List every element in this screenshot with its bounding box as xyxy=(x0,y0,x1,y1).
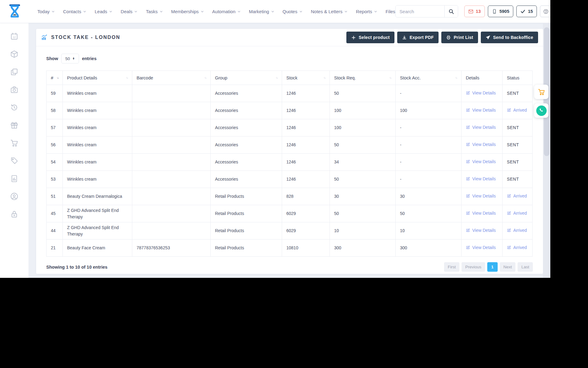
nav-item-quotes[interactable]: Quotes xyxy=(283,9,303,14)
column-header--[interactable]: #↑↓ xyxy=(47,71,63,85)
cell-row-number: 45 xyxy=(47,205,63,222)
nav-item-reports[interactable]: Reports xyxy=(356,9,377,14)
sort-icon[interactable]: ↑↓ xyxy=(56,76,59,79)
search-input[interactable] xyxy=(396,6,444,17)
status-arrived-link[interactable]: Arrived xyxy=(507,210,527,216)
sidebar-item-package[interactable] xyxy=(10,49,19,59)
search-icon[interactable] xyxy=(444,6,458,17)
column-header-stock[interactable]: Stock↑↓ xyxy=(282,71,330,85)
sidebar-item-cart[interactable] xyxy=(10,138,19,148)
status-arrived-link[interactable]: Arrived xyxy=(507,244,527,251)
view-details-link[interactable]: View Details xyxy=(466,176,496,182)
cell-status: SENT xyxy=(503,119,533,136)
sidebar-item-lock[interactable] xyxy=(10,209,19,219)
column-header-stock-acc-[interactable]: Stock Acc.↑↓ xyxy=(396,71,462,85)
view-details-link[interactable]: View Details xyxy=(466,141,496,148)
nav-item-tasks[interactable]: Tasks xyxy=(146,9,163,14)
send-to-backoffice-button[interactable]: Send to Backoffice xyxy=(481,32,538,43)
sort-icon[interactable]: ↑↓ xyxy=(389,76,392,79)
page-button-last[interactable]: Last xyxy=(518,262,533,272)
edit-icon xyxy=(507,211,511,215)
column-header-group[interactable]: Group↑↓ xyxy=(211,71,282,85)
badge-envelope[interactable]: 13 xyxy=(464,6,485,17)
cell-status: Arrived xyxy=(503,222,533,240)
column-header-inner: Details xyxy=(466,75,499,80)
column-label: Stock Acc. xyxy=(400,75,421,80)
view-details-link[interactable]: View Details xyxy=(466,244,496,251)
badge-question[interactable] xyxy=(540,6,550,17)
page-button-1[interactable]: 1 xyxy=(487,262,498,272)
view-details-link[interactable]: View Details xyxy=(466,90,496,96)
nav-item-leads[interactable]: Leads xyxy=(95,9,112,14)
view-details-link[interactable]: View Details xyxy=(466,124,496,130)
view-details-link[interactable]: View Details xyxy=(466,227,496,233)
sort-icon[interactable]: ↑↓ xyxy=(204,76,207,79)
status-arrived-link[interactable]: Arrived xyxy=(507,107,527,113)
page-button-first[interactable]: First xyxy=(444,262,459,272)
sort-icon[interactable]: ↑↓ xyxy=(323,76,326,79)
view-details-label: View Details xyxy=(472,141,496,148)
sort-icon[interactable]: ↑↓ xyxy=(455,76,458,79)
column-header-barcode[interactable]: Barcode↑↓ xyxy=(132,71,211,85)
page-size-select[interactable]: 50 ▲▼ xyxy=(61,54,79,63)
status-label: SENT xyxy=(507,125,519,130)
view-details-link[interactable]: View Details xyxy=(466,107,496,113)
nav-item-marketing[interactable]: Marketing xyxy=(249,9,274,14)
scrollbar-track[interactable] xyxy=(543,23,550,278)
select-product-button[interactable]: Select product xyxy=(346,32,394,43)
column-header-product-details[interactable]: Product Details↑↓ xyxy=(63,71,132,85)
view-details-link[interactable]: View Details xyxy=(466,193,496,199)
sort-icon[interactable]: ↑↓ xyxy=(276,76,278,79)
cell-stock-acc: - xyxy=(396,154,462,171)
nav-item-today[interactable]: Today xyxy=(37,9,55,14)
show-label: Show xyxy=(46,56,58,61)
sidebar-item-gift[interactable] xyxy=(10,121,19,130)
edit-icon xyxy=(466,142,470,147)
sidebar-item-tag[interactable] xyxy=(10,156,19,165)
cell-stock-acc: - xyxy=(396,85,462,102)
floating-whatsapp-button[interactable] xyxy=(534,103,548,118)
nav-item-contacts[interactable]: Contacts xyxy=(63,9,86,14)
page-button-next[interactable]: Next xyxy=(500,262,516,272)
nav-item-automation[interactable]: Automation xyxy=(212,9,241,14)
cell-stock-acc: 10 xyxy=(396,222,462,240)
cell-stock: 6029 xyxy=(282,205,330,222)
nav-item-label: Leads xyxy=(95,9,107,14)
view-details-label: View Details xyxy=(472,159,496,165)
sidebar-item-report[interactable] xyxy=(10,174,19,183)
column-header-details: Details xyxy=(462,71,503,85)
page-button-previous[interactable]: Previous xyxy=(462,262,485,272)
nav-item-memberships[interactable]: Memberships xyxy=(171,9,204,14)
status-arrived-link[interactable]: Arrived xyxy=(507,227,527,233)
nav-item-files[interactable]: Files xyxy=(386,9,395,14)
badge-phone[interactable]: 5905 xyxy=(488,6,513,17)
sort-icon[interactable]: ↑↓ xyxy=(126,76,128,79)
chevron-down-icon xyxy=(374,10,377,13)
edit-icon xyxy=(466,159,470,164)
nav-item-deals[interactable]: Deals xyxy=(121,9,138,14)
view-details-link[interactable]: View Details xyxy=(466,210,496,216)
cell-stock-acc: - xyxy=(396,119,462,136)
view-details-label: View Details xyxy=(472,107,496,113)
sidebar-item-history[interactable] xyxy=(10,103,19,112)
badge-check[interactable]: 15 xyxy=(516,6,537,17)
sidebar-item-account[interactable] xyxy=(10,192,19,201)
print-list-button[interactable]: Print List xyxy=(441,32,478,43)
column-header-stock-req-[interactable]: Stock Req.↑↓ xyxy=(330,71,396,85)
sidebar-item-camera[interactable] xyxy=(10,85,19,94)
cell-barcode xyxy=(132,154,211,171)
floating-cart-orange-button[interactable] xyxy=(534,85,548,99)
nav-item-notes-letters[interactable]: Notes & Letters xyxy=(311,9,348,14)
cell-product-details: Z GHD Advanced Split End Therapy xyxy=(63,205,132,222)
view-details-link[interactable]: View Details xyxy=(466,159,496,165)
column-label: Details xyxy=(466,75,479,80)
status-arrived-link[interactable]: Arrived xyxy=(507,193,527,199)
export-pdf-button[interactable]: Export PDF xyxy=(397,32,439,43)
cell-product-details: Wrinkles cream xyxy=(63,154,132,171)
view-details-label: View Details xyxy=(472,193,496,199)
chevron-down-icon xyxy=(134,10,138,13)
sidebar-item-calendar[interactable]: 12 xyxy=(10,32,19,41)
sidebar-item-copy[interactable] xyxy=(10,67,19,76)
app-logo-icon[interactable] xyxy=(7,3,23,19)
entries-summary: Showing 1 to 10 of 10 entries xyxy=(46,265,107,270)
